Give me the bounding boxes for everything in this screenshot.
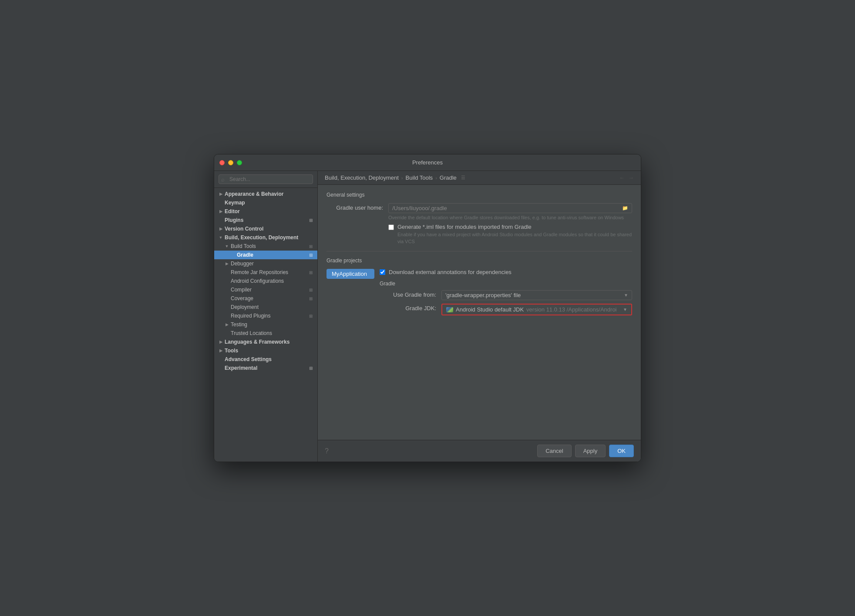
sidebar-item-label: Debugger [231, 261, 254, 267]
gradle-user-home-hint: Override the default location where Grad… [388, 214, 632, 221]
grid-icon: ⊞ [308, 252, 314, 258]
arrow-icon: ▶ [218, 340, 224, 344]
download-annotations-checkbox[interactable] [380, 269, 385, 275]
sidebar-item-testing[interactable]: ▶ Testing [214, 320, 317, 329]
project-item-my-application[interactable]: MyApplication [327, 269, 374, 279]
grid-icon: ⊞ [308, 287, 314, 293]
sidebar-item-coverage[interactable]: Coverage ⊞ [214, 294, 317, 303]
gradle-jdk-row: Gradle JDK: Android Studio default JDK v… [380, 304, 632, 315]
gradle-jdk-select[interactable]: Android Studio default JDK version 11.0.… [443, 305, 631, 314]
sidebar-item-label: Appearance & Behavior [225, 191, 283, 197]
sidebar-item-label: Plugins [225, 217, 243, 223]
sidebar-item-build-tools[interactable]: ▼ Build Tools ⊞ [214, 242, 317, 251]
sidebar-item-label: Remote Jar Repositories [231, 269, 288, 275]
generate-iml-row: Generate *.iml files for modules importe… [327, 224, 632, 245]
preferences-window: Preferences ▶ Appearance & Behavior Keym… [214, 154, 641, 462]
generate-iml-checkbox[interactable] [388, 224, 394, 230]
ok-button[interactable]: OK [609, 445, 634, 457]
sidebar-item-trusted-locations[interactable]: Trusted Locations [214, 329, 317, 338]
maximize-button[interactable] [237, 160, 242, 165]
title-bar: Preferences [214, 154, 641, 171]
use-gradle-from-label: Use Gradle from: [380, 290, 436, 298]
gradle-subsection-title: Gradle [380, 281, 632, 287]
apply-button[interactable]: Apply [575, 445, 606, 457]
sidebar-item-label: Advanced Settings [225, 356, 272, 362]
sidebar-item-debugger[interactable]: ▶ Debugger [214, 259, 317, 268]
minimize-button[interactable] [228, 160, 233, 165]
sidebar-item-deployment[interactable]: Deployment [214, 303, 317, 311]
sidebar-item-compiler[interactable]: Compiler ⊞ [214, 285, 317, 294]
sidebar-item-label: Version Control [225, 226, 263, 232]
dropdown-arrow-icon: ▼ [624, 293, 628, 298]
use-gradle-from-value-container: 'gradle-wrapper.properties' file ▼ [441, 290, 632, 300]
breadcrumb-menu-icon[interactable]: ☰ [461, 175, 465, 181]
sidebar-item-remote-jar[interactable]: Remote Jar Repositories ⊞ [214, 268, 317, 277]
project-list: MyApplication [327, 269, 374, 320]
sidebar-item-label: Coverage [231, 295, 253, 301]
grid-icon: ⊞ [308, 295, 314, 301]
gradle-jdk-name: Android Studio default JDK [456, 306, 524, 313]
gradle-jdk-version: version 11.0.13 /Applications/Androi [526, 306, 616, 313]
gradle-user-home-label: Gradle user home: [327, 203, 383, 211]
gradle-user-home-path: /Users/liuyooo/.gradle [392, 205, 447, 211]
sidebar-item-label: Tools [225, 348, 238, 354]
sidebar-nav: ▶ Appearance & Behavior Keymap ▶ Editor … [214, 188, 317, 462]
sidebar-item-label: Build Tools [231, 243, 256, 249]
arrow-icon: ▼ [224, 244, 230, 248]
breadcrumb-build-tools[interactable]: Build Tools [405, 174, 433, 181]
help-button[interactable]: ? [325, 447, 329, 455]
arrow-icon: ▶ [218, 209, 224, 214]
sidebar-item-build-execution[interactable]: ▼ Build, Execution, Deployment [214, 233, 317, 242]
grid-icon: ⊞ [308, 269, 314, 275]
generate-iml-container: Generate *.iml files for modules importe… [397, 224, 632, 245]
sidebar-item-experimental[interactable]: Experimental ⊞ [214, 364, 317, 372]
sidebar-item-gradle[interactable]: Gradle ⊞ [214, 251, 317, 259]
footer-buttons: Cancel Apply OK [537, 445, 634, 457]
sidebar-item-editor[interactable]: ▶ Editor [214, 207, 317, 216]
sidebar-item-label: Languages & Frameworks [225, 339, 289, 345]
generate-iml-label: Generate *.iml files for modules importe… [397, 224, 532, 230]
gradle-jdk-value-container: Android Studio default JDK version 11.0.… [441, 304, 632, 315]
sidebar-item-appearance[interactable]: ▶ Appearance & Behavior [214, 190, 317, 198]
gradle-jdk-label: Gradle JDK: [380, 304, 436, 311]
browse-button-icon[interactable]: 📁 [622, 205, 628, 211]
sidebar-item-label: Required Plugins [231, 313, 270, 319]
use-gradle-from-select[interactable]: 'gradle-wrapper.properties' file ▼ [441, 290, 632, 300]
jdk-folder-icon [446, 307, 453, 312]
grid-icon: ⊞ [308, 217, 314, 223]
sidebar-item-android-configs[interactable]: Android Configurations [214, 277, 317, 285]
download-annotations-label: Download external annotations for depend… [389, 269, 512, 275]
use-gradle-from-row: Use Gradle from: 'gradle-wrapper.propert… [380, 290, 632, 300]
sidebar-item-languages[interactable]: ▶ Languages & Frameworks [214, 338, 317, 346]
nav-arrows: ← → [619, 174, 634, 181]
window-title: Preferences [412, 159, 443, 166]
search-wrap [219, 174, 313, 184]
arrow-icon: ▶ [224, 322, 230, 327]
sidebar-item-label: Gradle [237, 252, 253, 258]
nav-forward-arrow[interactable]: → [628, 174, 634, 181]
sidebar-item-required-plugins[interactable]: Required Plugins ⊞ [214, 311, 317, 320]
nav-back-arrow[interactable]: ← [619, 174, 625, 181]
sidebar-item-tools[interactable]: ▶ Tools [214, 346, 317, 355]
use-gradle-from-value: 'gradle-wrapper.properties' file [445, 292, 521, 298]
gradle-projects-title: Gradle projects [327, 258, 632, 264]
search-input[interactable] [219, 174, 313, 184]
sidebar-item-label: Build, Execution, Deployment [225, 234, 298, 241]
breadcrumb-build-execution[interactable]: Build, Execution, Deployment [325, 174, 399, 181]
grid-icon: ⊞ [308, 243, 314, 249]
window-body: ▶ Appearance & Behavior Keymap ▶ Editor … [214, 171, 641, 462]
sidebar: ▶ Appearance & Behavior Keymap ▶ Editor … [214, 171, 318, 462]
breadcrumb-gradle: Gradle [440, 174, 457, 181]
arrow-icon: ▼ [218, 235, 224, 240]
general-settings-title: General settings [327, 192, 632, 198]
gradle-user-home-field[interactable]: /Users/liuyooo/.gradle 📁 [388, 203, 632, 213]
jdk-dropdown-arrow-icon: ▼ [623, 307, 627, 312]
traffic-lights [219, 160, 242, 165]
sidebar-item-keymap[interactable]: Keymap [214, 198, 317, 207]
sidebar-item-version-control[interactable]: ▶ Version Control [214, 224, 317, 233]
sidebar-item-label: Compiler [231, 287, 252, 293]
close-button[interactable] [219, 160, 225, 165]
sidebar-item-plugins[interactable]: Plugins ⊞ [214, 216, 317, 224]
sidebar-item-advanced-settings[interactable]: Advanced Settings [214, 355, 317, 364]
cancel-button[interactable]: Cancel [537, 445, 571, 457]
